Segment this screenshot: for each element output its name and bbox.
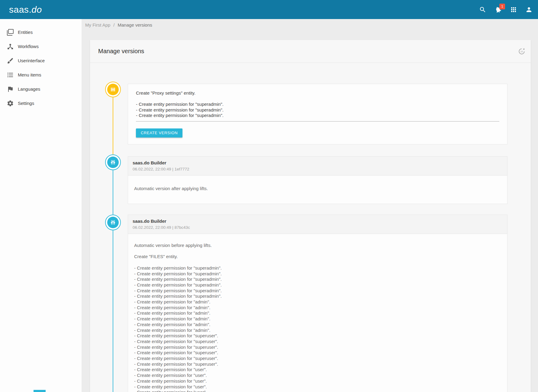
partial-cutoff-element — [34, 390, 46, 392]
tune-icon — [107, 217, 119, 228]
sidebar-item-userinterface[interactable]: Userinterface — [0, 53, 82, 68]
sidebar-item-label: Menu items — [18, 72, 41, 77]
breadcrumb: My First App/Manage versions — [85, 22, 152, 28]
version-description-input[interactable]: Create "Proxy settings" entity. - Create… — [136, 90, 499, 121]
version-body: Automatic version before applying lifts.… — [128, 234, 507, 392]
sidebar-item-settings[interactable]: Settings — [0, 96, 82, 110]
userinterface-icon — [7, 57, 14, 64]
sidebar-item-menu-items[interactable]: Menu items — [0, 68, 82, 82]
version-author: saas.do Builder — [133, 219, 502, 224]
topbar-actions: 1 — [479, 6, 538, 13]
version-card: saas.do Builder 06.02.2022, 22:00:49 | 1… — [128, 156, 507, 204]
sidebar-item-languages[interactable]: Languages — [0, 82, 82, 96]
sidebar-menu: Entities Workflows Userinterface Menu it… — [0, 19, 82, 110]
auto-refresh-icon[interactable]: 10 — [517, 47, 526, 56]
menu-items-icon — [7, 71, 14, 79]
timeline-line-draft — [113, 89, 113, 154]
sidebar-item-label: Workflows — [18, 44, 39, 49]
sidebar-item-label: Settings — [18, 101, 34, 106]
timeline-node-version-2 — [105, 215, 121, 230]
draft-version-card: Create "Proxy settings" entity. - Create… — [128, 84, 507, 144]
sidebar-item-workflows[interactable]: Workflows — [0, 39, 82, 53]
workflows-icon — [7, 43, 14, 50]
tune-icon — [107, 157, 119, 168]
entities-icon — [7, 29, 14, 36]
notification-badge: 1 — [499, 4, 505, 9]
version-author: saas.do Builder — [133, 160, 502, 165]
version-body: Automatic version after applying lifts. — [128, 176, 507, 201]
timeline-line-versions — [113, 154, 113, 392]
account-icon[interactable] — [525, 6, 533, 13]
sidebar-item-entities[interactable]: Entities — [0, 25, 82, 39]
settings-icon — [7, 100, 14, 107]
search-icon[interactable] — [479, 6, 486, 13]
breadcrumb-separator: / — [113, 22, 114, 28]
breadcrumb-current: Manage versions — [118, 22, 152, 28]
version-card-header: saas.do Builder 06.02.2022, 22:00:49 | 8… — [128, 215, 507, 234]
version-card: saas.do Builder 06.02.2022, 22:00:49 | 8… — [128, 215, 507, 392]
card-header: Manage versions 10 — [90, 40, 531, 63]
notifications-icon[interactable]: 1 — [495, 6, 502, 13]
sidebar-item-label: Languages — [18, 86, 40, 92]
version-meta: 06.02.2022, 22:00:49 | 87bc43c — [133, 225, 502, 230]
app-logo[interactable]: saas.do — [0, 5, 42, 15]
apps-grid-icon[interactable] — [510, 6, 517, 13]
svg-text:10: 10 — [520, 50, 523, 53]
timeline-node-version-1 — [105, 154, 121, 170]
table-icon — [107, 84, 119, 95]
page-title: Manage versions — [98, 48, 144, 55]
languages-icon — [7, 86, 14, 93]
sidebar-item-label: Entities — [18, 30, 33, 35]
version-meta: 06.02.2022, 22:00:49 | 1ef7772 — [133, 167, 502, 171]
manage-versions-card: Manage versions 10 — [90, 40, 531, 392]
sidebar-item-label: Userinterface — [18, 58, 45, 63]
sidebar: Entities Workflows Userinterface Menu it… — [0, 19, 82, 392]
timeline-node-draft — [105, 82, 121, 97]
version-card-header: saas.do Builder 06.02.2022, 22:00:49 | 1… — [128, 157, 507, 176]
breadcrumb-app-link[interactable]: My First App — [85, 22, 110, 28]
top-bar: saas.do 1 — [0, 0, 538, 19]
create-version-button[interactable]: CREATE VERSION — [136, 128, 182, 138]
